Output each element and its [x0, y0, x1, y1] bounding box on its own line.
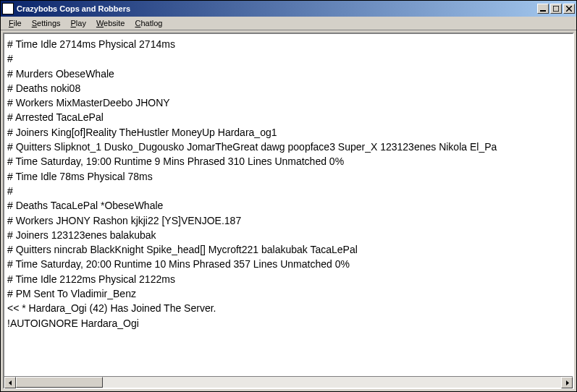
log-line: # Time Idle 78ms Physical 78ms: [7, 169, 570, 184]
log-line: # Quitters nincrab BlackKnight Spike_hea…: [7, 242, 570, 257]
app-icon: [2, 3, 14, 14]
log-line: # Quitters Slipknot_1 Dusko_Dugousko Jom…: [7, 140, 570, 154]
maximize-button[interactable]: [550, 4, 562, 14]
log-viewport[interactable]: # Time Idle 2714ms Physical 2714ms## Mur…: [4, 34, 573, 376]
menubar: File Settings Play Website Chatlog: [1, 17, 576, 30]
client-area: # Time Idle 2714ms Physical 2714ms## Mur…: [3, 33, 574, 389]
scroll-right-button[interactable]: [561, 377, 573, 388]
titlebar[interactable]: Crazybobs Cops and Robbers: [1, 1, 576, 17]
arrow-left-icon: [8, 380, 13, 385]
log-line: # Time Saturday, 19:00 Runtime 9 Mins Ph…: [7, 154, 570, 169]
minimize-icon: [540, 6, 546, 12]
log-line: # Joiners King[of]Reality TheHustler Mon…: [7, 125, 570, 140]
scroll-thumb[interactable]: [16, 377, 103, 388]
log-line: # Workers JHONY Rashon kjkji22 [YS]VENJO…: [7, 213, 570, 228]
log-line: # Time Idle 2714ms Physical 2714ms: [7, 37, 570, 51]
log-line: # Time Idle 2122ms Physical 2122ms: [7, 272, 570, 286]
menu-settings[interactable]: Settings: [27, 17, 66, 29]
log-line: #: [7, 184, 570, 198]
log-line: # Joiners 123123enes balakubak: [7, 228, 570, 242]
minimize-button[interactable]: [537, 4, 549, 14]
log-line: # Time Saturday, 20:00 Runtime 10 Mins P…: [7, 257, 570, 271]
log-line: # Murders ObeseWhale: [7, 67, 570, 81]
window-title: Crazybobs Cops and Robbers: [17, 4, 536, 13]
log-line: # Deaths noki08: [7, 81, 570, 95]
close-icon: [566, 6, 572, 12]
svg-rect-0: [540, 10, 546, 12]
svg-rect-1: [553, 6, 559, 12]
horizontal-scrollbar: [4, 376, 573, 388]
log-line: # Arrested TacaLePal: [7, 110, 570, 124]
menu-chatlog[interactable]: Chatlog: [130, 17, 167, 29]
arrow-right-icon: [565, 380, 570, 385]
maximize-icon: [553, 6, 559, 12]
close-button[interactable]: [563, 4, 575, 14]
menu-play[interactable]: Play: [66, 17, 91, 29]
log-line: #: [7, 51, 570, 66]
log-line: # PM Sent To Vladimir_Benz: [7, 286, 570, 301]
scroll-left-button[interactable]: [4, 377, 16, 388]
scroll-track[interactable]: [16, 377, 561, 388]
log-line: # Workers MixMasterDeebo JHONY: [7, 95, 570, 110]
log-line: # Deaths TacaLePal *ObeseWhale: [7, 198, 570, 213]
log-line: << * Hardara_Ogi (42) Has Joined The Ser…: [7, 301, 570, 315]
menu-website[interactable]: Website: [91, 17, 130, 29]
menu-file[interactable]: File: [4, 17, 27, 29]
main-window: Crazybobs Cops and Robbers File Settings…: [0, 0, 577, 392]
log-line: !AUTOIGNORE Hardara_Ogi: [7, 316, 570, 331]
log-content: # Time Idle 2714ms Physical 2714ms## Mur…: [4, 34, 573, 333]
window-controls: [536, 4, 575, 14]
